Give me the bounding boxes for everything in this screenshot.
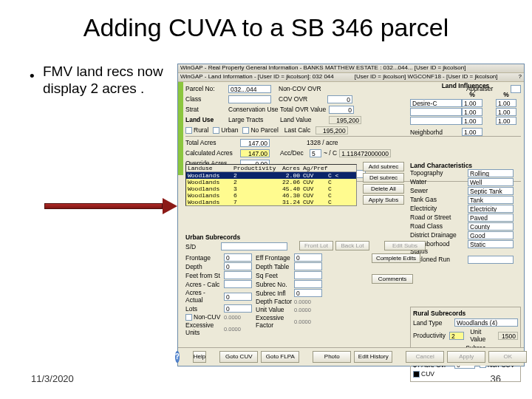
road-field[interactable]: Paved <box>468 214 514 222</box>
cuv-rural-check[interactable]: CUV <box>413 370 434 378</box>
depth-field[interactable]: 0 <box>224 262 252 270</box>
comments-button[interactable]: Comments <box>372 274 413 284</box>
sd-label: S/D <box>185 243 221 250</box>
total-acres-field[interactable]: 147.00 <box>240 139 270 147</box>
delete-all-button[interactable]: Delete All <box>363 184 404 194</box>
total-ovr-label: Total OVR Value <box>280 106 329 113</box>
table-row[interactable]: Woodlands646.30CUVC <box>186 192 356 199</box>
edit-history-button[interactable]: Edit History <box>354 351 392 363</box>
infl-name-1[interactable] <box>410 108 462 116</box>
topography-field[interactable]: Rolling <box>468 169 514 177</box>
subrecno-field[interactable] <box>294 280 322 288</box>
conservation-use-label: Conservation Use <box>228 106 280 113</box>
depthtable-field[interactable] <box>294 262 322 270</box>
urban-subrecords-header: Urban Subrecords <box>185 233 521 241</box>
sqfeet-field[interactable] <box>294 271 322 279</box>
total-ovr-field[interactable]: 0 <box>329 106 354 114</box>
accdec-sym: ~ / C <box>324 149 337 157</box>
add-subrec-button[interactable]: Add subrec <box>363 162 404 171</box>
infl-name-0[interactable]: Desire-C <box>410 99 462 107</box>
titlebar-sub-left: WinGAP - Land Information - [User ID = j… <box>180 73 334 81</box>
total-acres-label: Total Acres <box>185 139 240 146</box>
last-calc-field: 195,200 <box>316 126 348 134</box>
infl-v2-2[interactable]: 1.00 <box>496 117 516 125</box>
electricity-field[interactable]: Electricity <box>468 205 514 213</box>
feetfromst-field[interactable] <box>224 271 252 279</box>
infl-v1-1[interactable]: 1.00 <box>462 108 482 116</box>
frontage-field[interactable]: 0 <box>224 253 252 262</box>
table-row[interactable]: Woodlands731.24CUVC <box>186 199 356 205</box>
bullet-dot: • <box>30 68 35 85</box>
goto-cuv-button[interactable]: Goto CUV <box>219 351 258 363</box>
infl-v2-0[interactable]: 1.00 <box>496 99 516 107</box>
acresactual-field[interactable]: 0 <box>224 293 252 301</box>
del-subrec-button[interactable]: Del subrec <box>363 173 404 183</box>
accdec-field[interactable]: 5 <box>310 149 321 157</box>
class-field[interactable] <box>228 95 271 103</box>
bullet-content: FMV land recs now display 2 acres . <box>43 64 163 96</box>
parcel-no-label: Parcel No: <box>185 85 228 92</box>
titlebar-main: WinGAP - Real Property General Informati… <box>178 64 524 73</box>
parcel-no-field[interactable]: 032...044 <box>228 85 271 93</box>
infl-name-2[interactable] <box>410 117 462 125</box>
titlebar-sub: WinGAP - Land Information - [User ID = j… <box>178 73 524 82</box>
rural-subrecords-header: Rural Subrecords <box>413 310 518 317</box>
land-records-table[interactable]: LanduseProductivityAcresAg/Pref Woodland… <box>185 164 357 206</box>
titlebar-sub-right: [User ID = jkcolson] WGCONF18 - [User ID… <box>355 73 498 81</box>
apply-button: Apply <box>447 351 485 363</box>
table-row[interactable]: Woodlands222.06CUVC <box>186 179 356 185</box>
sidebar-strip <box>178 82 183 162</box>
land-influences-header: Land Influences <box>410 82 521 89</box>
water-field[interactable]: Well <box>468 178 514 186</box>
sewer-field[interactable]: Septic Tank <box>468 187 514 195</box>
calc-acres-field: 147.00 <box>240 149 270 157</box>
cov-ovr-label: COV OVR <box>279 95 327 103</box>
landtype-field[interactable]: Woodlands (4) <box>454 318 518 327</box>
footer-date: 11/3/2020 <box>31 373 74 384</box>
callout-arrow <box>44 201 177 211</box>
nbhd-label: Neighborhd <box>410 129 462 136</box>
ok-button: OK <box>488 351 527 363</box>
goto-flpa-button[interactable]: Goto FLPA <box>261 351 299 363</box>
sd-field[interactable] <box>221 242 287 250</box>
calc-acres-label: Calculated Acres <box>185 149 240 157</box>
noncov-label: Non-COV OVR <box>279 85 327 92</box>
slide-title: Adding CUVA to a SB 346 parcel <box>0 13 532 42</box>
help-button[interactable]: Help <box>193 351 206 363</box>
productivity-field[interactable]: 2 <box>449 332 464 340</box>
lots-field[interactable]: 0 <box>224 304 252 313</box>
infl-v1-2[interactable]: 1.00 <box>462 117 482 125</box>
infl-v1-0[interactable]: 1.00 <box>462 99 482 107</box>
subrecinfl-field[interactable]: 0 <box>294 289 322 297</box>
efffrontage-field[interactable]: 0 <box>294 253 322 262</box>
unit-value-label: Unit Value <box>470 328 495 343</box>
cov-ovr-field[interactable]: 0 <box>327 95 352 103</box>
land-char-header: Land Characteristics <box>410 162 521 169</box>
apply-subs-button[interactable]: Apply Subs <box>363 195 404 205</box>
rural-radio[interactable]: Rural <box>185 126 208 134</box>
land-influences-panel: Land Influences %% Desire-C1.001.00 1.00… <box>410 82 521 137</box>
urban-radio[interactable]: Urban <box>213 126 238 134</box>
noparcel-radio[interactable]: No Parcel <box>242 126 278 134</box>
per-acre-text: 1328 / acre <box>307 139 338 146</box>
photo-button[interactable]: Photo <box>313 351 351 363</box>
acrescalc-field[interactable] <box>224 280 252 288</box>
accdec-label: Acc/Dec <box>280 149 310 157</box>
app-window: WinGAP - Real Property General Informati… <box>177 64 525 366</box>
tankgas-field[interactable]: Tank <box>468 196 514 204</box>
noncuv-check[interactable]: Non-CUV <box>185 313 224 321</box>
complete-edits-button[interactable]: Complete Edits <box>372 253 420 263</box>
table-row[interactable]: Woodlands345.40CUVC <box>186 185 356 192</box>
land-value-field: 195,200 <box>329 116 361 124</box>
table-row[interactable]: Woodlands22.00CUVC < <box>186 172 356 179</box>
roadclass-field[interactable]: County <box>468 222 514 231</box>
help-icon[interactable]: ? <box>175 351 180 363</box>
infl-v2-1[interactable]: 1.00 <box>496 108 516 116</box>
unit-value-field: 1500 <box>498 332 518 340</box>
accdec-value: 1.118472000000 <box>339 149 391 157</box>
land-records-header: LanduseProductivityAcresAg/Pref <box>186 165 356 172</box>
edit-subs-button: Edit Subs <box>384 241 426 250</box>
nbhd-field[interactable]: 1.00 <box>462 128 482 136</box>
rural-subrecords-panel: Rural Subrecords Land TypeWoodlands (4) … <box>410 307 521 382</box>
help-hint-icon[interactable]: ? <box>519 73 522 81</box>
